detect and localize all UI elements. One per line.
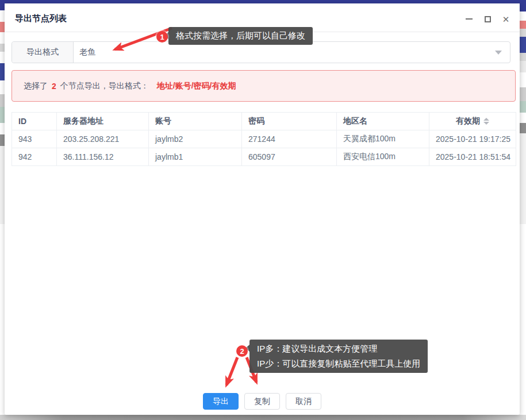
cell-server: 36.111.156.12 [57,148,149,166]
step-2-tooltip-line1: IP多：建议导出成文本方便管理 [257,341,420,356]
format-selected-value: 老鱼 [74,42,495,63]
background-bottom-edge [0,415,526,420]
sort-caret-icon[interactable] [483,118,489,125]
col-header-validity[interactable]: 有效期 [429,113,516,130]
export-button[interactable]: 导出 [203,393,239,410]
step-2-tooltip: IP多：建议导出成文本方便管理 IP少：可以直接复制粘贴至代理工具上使用 [249,340,428,373]
col-header-account: 账号 [149,113,242,130]
export-format-text: 地址/账号/密码/有效期 [157,81,236,91]
cell-password: 271244 [242,130,337,148]
cancel-button[interactable]: 取消 [286,393,321,410]
minimize-icon[interactable] [462,13,476,25]
col-header-server: 服务器地址 [57,113,149,130]
cell-account: jaylmb1 [149,148,242,166]
cell-region: 西安电信100m [337,148,429,166]
col-header-password: 密码 [242,113,337,130]
close-icon[interactable]: ✕ [499,13,513,25]
col-header-validity-label: 有效期 [456,116,480,126]
step-2-tooltip-line2: IP少：可以直接复制粘贴至代理工具上使用 [257,356,420,371]
step-1-badge: 1 [156,31,168,43]
cell-id: 943 [12,130,57,148]
format-label: 导出格式 [12,42,74,63]
cell-server: 203.25.208.221 [57,130,149,148]
background-page-sliver-left [0,0,5,420]
col-header-region: 地区名 [337,113,429,130]
alert-text-prefix: 选择了 [24,81,48,91]
window-controls: ✕ [462,13,513,25]
step-1-tooltip: 格式按需选择，后期可以自己修改 [168,27,313,45]
chevron-down-icon [495,51,502,55]
cell-id: 942 [12,148,57,166]
cell-region: 天翼成都100m [337,130,429,148]
table-row: 942 36.111.156.12 jaylmb1 605097 西安电信100… [12,148,516,166]
selection-alert: 选择了 2 个节点导出，导出格式： 地址/账号/密码/有效期 [11,70,516,102]
maximize-icon[interactable] [481,13,494,25]
copy-button[interactable]: 复制 [244,393,280,410]
node-table: ID 服务器地址 账号 密码 地区名 有效期 943 203.25.208.22… [11,112,516,166]
alert-text-middle: 个节点导出，导出格式： [60,81,149,91]
dialog-title: 导出节点列表 [15,13,67,24]
selected-count: 2 [52,82,56,91]
table-row: 943 203.25.208.221 jaylmb2 271244 天翼成都10… [12,130,516,148]
cell-validity: 2025-10-21 19:17:25 [429,130,516,148]
step-2-badge: 2 [236,345,248,357]
cell-account: jaylmb2 [149,130,242,148]
cell-validity: 2025-10-21 18:51:54 [429,148,516,166]
cell-password: 605097 [242,148,337,166]
step-1-tooltip-text: 格式按需选择，后期可以自己修改 [176,30,305,41]
table-header-row: ID 服务器地址 账号 密码 地区名 有效期 [12,113,516,130]
dialog-footer: 导出 复制 取消 [5,393,520,410]
col-header-id: ID [12,113,57,130]
background-page-sliver-right [520,0,526,420]
